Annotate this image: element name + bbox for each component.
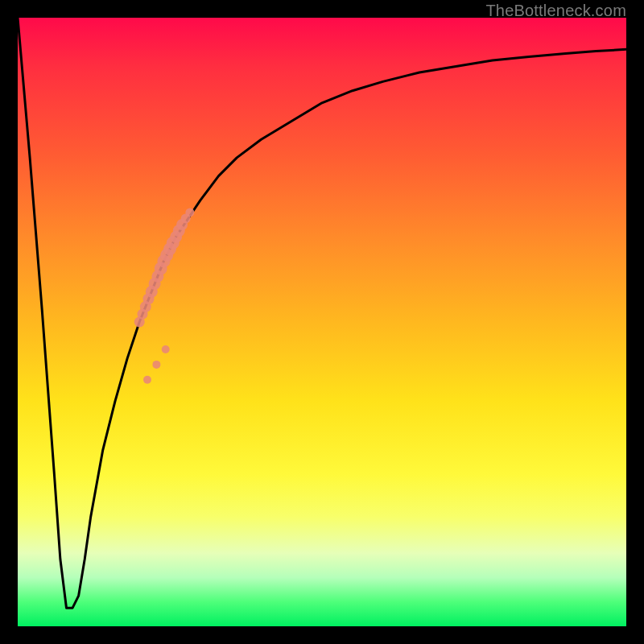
marker-point — [185, 208, 194, 217]
marker-point — [143, 376, 151, 384]
watermark-text: TheBottleneck.com — [485, 2, 626, 20]
bottleneck-curve — [18, 18, 626, 608]
marker-point — [162, 345, 170, 353]
chart-svg — [18, 18, 626, 626]
marker-point — [152, 361, 160, 369]
marker-cluster — [134, 208, 195, 383]
chart-frame: TheBottleneck.com — [0, 0, 644, 644]
plot-area — [18, 18, 626, 626]
